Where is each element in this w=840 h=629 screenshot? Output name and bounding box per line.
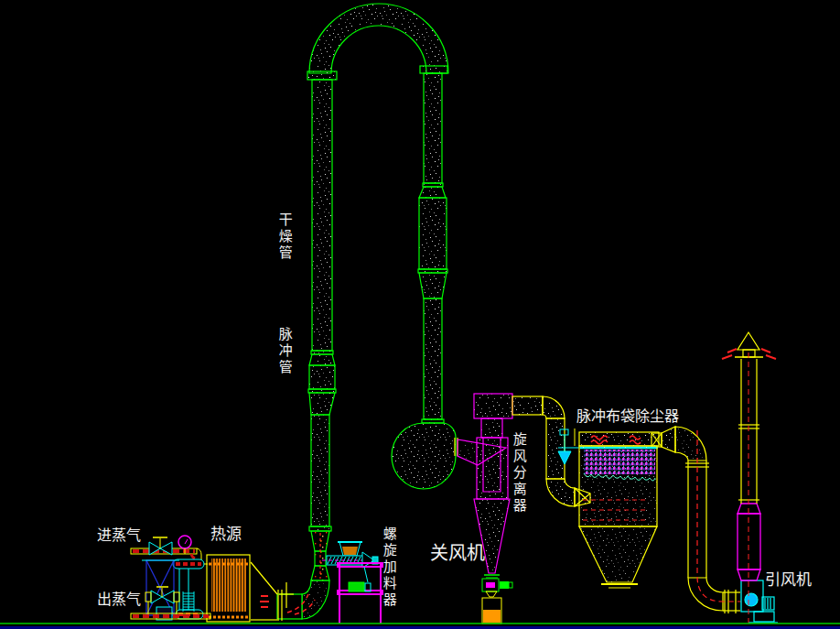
steam-inlet-valve <box>149 537 172 555</box>
screw-feeder <box>322 542 382 624</box>
product-container <box>482 598 501 624</box>
rain-cap <box>738 332 759 350</box>
fan-base <box>754 612 774 622</box>
feeder-stand <box>338 563 382 624</box>
fan-motor <box>762 597 774 610</box>
label-drying-pipe: 干燥管 <box>277 212 292 262</box>
feeder-motor <box>349 567 371 591</box>
steam-station <box>131 536 210 620</box>
label-steam-outlet: 出蒸气 <box>97 592 141 608</box>
cyclone-inlet-elbow <box>392 423 456 489</box>
label-cyclone: 旋风分离器 <box>512 432 526 515</box>
label-induced-fan: 引风机 <box>765 572 812 589</box>
label-screw-feeder: 螺旋加料器 <box>382 526 396 609</box>
filter-outlet-duct <box>675 427 741 613</box>
u-bend <box>309 4 448 73</box>
stack-silencer <box>738 504 760 580</box>
u-pipe-drying-loop <box>277 4 456 619</box>
label-rotary-airlock: 关风机 <box>430 544 485 563</box>
cad-canvas[interactable]: 干燥管 脉冲管 旋风分离器 脉冲布袋除尘器 关风机 螺旋加料器 引风机 进蒸气 … <box>0 0 840 629</box>
label-steam-inlet: 进蒸气 <box>97 528 141 544</box>
feed-hopper <box>338 542 362 556</box>
filter-top-plate <box>579 432 659 446</box>
rotary-airlock-valve <box>482 575 512 597</box>
filter-hopper-cone <box>579 526 657 582</box>
bag-filter <box>558 427 675 588</box>
label-bag-filter: 脉冲布袋除尘器 <box>576 409 679 425</box>
filter-housing <box>579 446 657 526</box>
label-heat-source: 热源 <box>210 526 242 543</box>
inlet-elbow <box>302 580 329 619</box>
drying-pipe-section <box>312 80 332 351</box>
airlock-motor <box>500 581 509 589</box>
pulse-pipe-section <box>309 365 335 389</box>
air-heater <box>207 555 277 622</box>
cyclone-top-box <box>474 394 512 418</box>
cyclone-body <box>477 438 508 499</box>
label-pulse-pipe: 脉冲管 <box>277 327 292 376</box>
